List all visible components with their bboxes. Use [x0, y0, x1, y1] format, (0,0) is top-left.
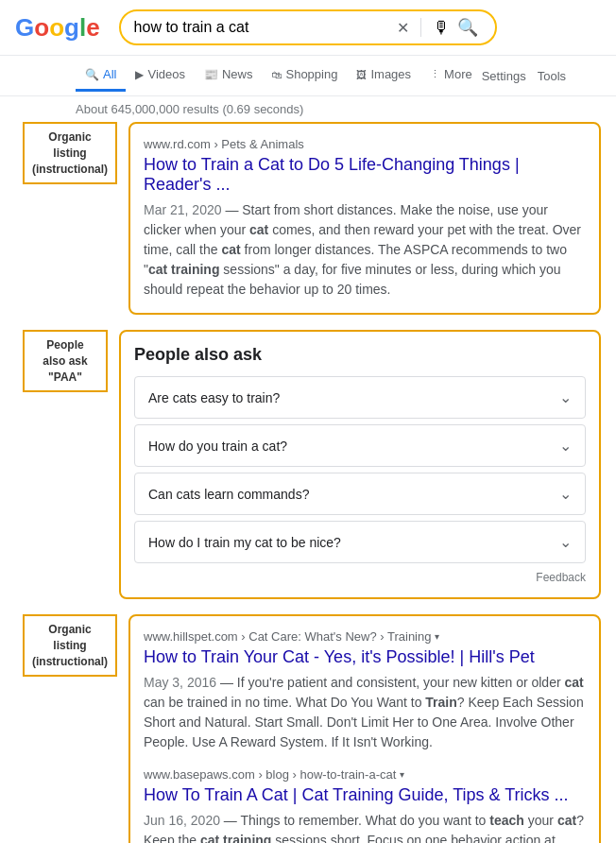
shopping-tab-icon: 🛍	[271, 69, 282, 80]
search-bar: ✕ 🎙 🔍	[119, 9, 497, 45]
main-content: Organiclisting(instructional) www.rd.com…	[0, 122, 616, 843]
divider	[420, 18, 421, 37]
result-3-snippet: Jun 16, 2020 — Things to remember. What …	[144, 811, 586, 843]
organic-label-1: Organiclisting(instructional)	[23, 122, 117, 184]
search-input[interactable]	[134, 19, 393, 36]
chevron-down-icon-2: ⌄	[559, 437, 572, 455]
news-tab-icon: 📰	[204, 68, 218, 81]
organic-result-2: www.hillspet.com › Cat Care: What's New?…	[144, 629, 586, 752]
nav-tabs: 🔍 All ▶ Videos 📰 News 🛍 Shopping 🖼 Image…	[0, 56, 616, 96]
organic-result-3: www.basepaws.com › blog › how-to-train-a…	[144, 767, 586, 843]
result-2-snippet: May 3, 2016 — If you're patient and cons…	[144, 673, 586, 752]
result-1-title[interactable]: How to Train a Cat to Do 5 Life-Changing…	[144, 155, 586, 195]
tab-more[interactable]: ⋮ More	[420, 60, 482, 92]
all-icon: 🔍	[85, 68, 99, 81]
tab-all[interactable]: 🔍 All	[76, 60, 126, 92]
tab-shopping[interactable]: 🛍 Shopping	[262, 60, 347, 92]
paa-title: People also ask	[134, 345, 586, 365]
settings-link[interactable]: Settings	[482, 69, 526, 83]
organic-result-1: www.rd.com › Pets & Animals How to Train…	[128, 122, 601, 315]
paa-item-1[interactable]: Are cats easy to train? ⌄	[134, 376, 586, 419]
paa-label: Peoplealso ask"PAA"	[23, 330, 108, 392]
chevron-down-icon-1: ⌄	[559, 388, 572, 406]
search-button[interactable]: 🔍	[453, 17, 482, 38]
tools-link[interactable]: Tools	[538, 69, 566, 83]
organic-label-2: Organiclisting(instructional)	[23, 614, 117, 677]
paa-question-4: How do I train my cat to be nice?	[148, 535, 341, 550]
result-3-title[interactable]: How To Train A Cat | Cat Training Guide,…	[144, 785, 586, 805]
paa-item-2[interactable]: How do you train a cat? ⌄	[134, 424, 586, 467]
organic-results-2-3: www.hillspet.com › Cat Care: What's New?…	[128, 614, 601, 843]
result-3-url: www.basepaws.com › blog › how-to-train-a…	[144, 767, 586, 782]
organic-results-2-3-wrapper: Organiclisting(instructional) www.hillsp…	[15, 614, 601, 843]
paa-item-4[interactable]: How do I train my cat to be nice? ⌄	[134, 521, 586, 563]
result-2-title[interactable]: How to Train Your Cat - Yes, it's Possib…	[144, 647, 586, 667]
organic-result-1-wrapper: Organiclisting(instructional) www.rd.com…	[15, 122, 601, 315]
header: Google ✕ 🎙 🔍	[0, 0, 616, 56]
google-logo: Google	[15, 13, 100, 43]
clear-search-icon[interactable]: ✕	[393, 19, 413, 37]
images-tab-icon: 🖼	[356, 69, 367, 80]
paa-question-2: How do you train a cat?	[148, 439, 287, 454]
chevron-down-icon-3: ⌄	[559, 485, 572, 503]
paa-card: People also ask Are cats easy to train? …	[119, 330, 601, 599]
paa-feedback[interactable]: Feedback	[134, 571, 586, 584]
more-tab-icon: ⋮	[430, 68, 440, 80]
paa-question-1: Are cats easy to train?	[148, 390, 280, 405]
result-1-snippet: Mar 21, 2020 — Start from short distance…	[144, 200, 586, 300]
tab-images[interactable]: 🖼 Images	[347, 60, 420, 92]
result-1-url: www.rd.com › Pets & Animals	[144, 137, 586, 151]
results-count: About 645,000,000 results (0.69 seconds)	[0, 96, 616, 122]
paa-question-3: Can cats learn commands?	[148, 487, 309, 502]
chevron-down-icon-4: ⌄	[559, 533, 572, 551]
videos-tab-icon: ▶	[135, 68, 144, 81]
voice-search-icon[interactable]: 🎙	[429, 18, 453, 38]
tab-news[interactable]: 📰 News	[195, 60, 263, 92]
paa-wrapper: Peoplealso ask"PAA" People also ask Are …	[15, 330, 601, 599]
result-2-url: www.hillspet.com › Cat Care: What's New?…	[144, 629, 586, 644]
tab-videos[interactable]: ▶ Videos	[126, 60, 195, 92]
paa-item-3[interactable]: Can cats learn commands? ⌄	[134, 473, 586, 515]
url-dropdown-icon-3[interactable]: ▾	[400, 769, 404, 780]
url-dropdown-icon-2[interactable]: ▾	[435, 631, 439, 642]
